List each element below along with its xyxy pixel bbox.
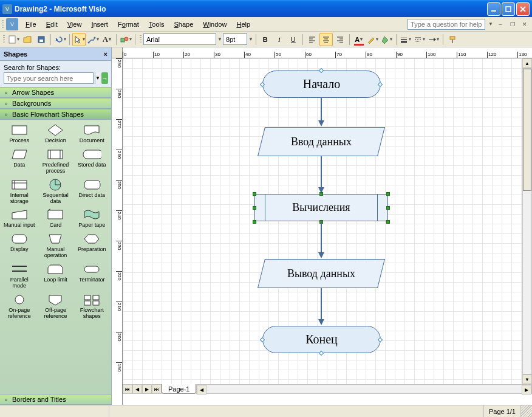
shape-label: Process (10, 138, 30, 144)
save-button[interactable] (35, 33, 48, 46)
menu-window[interactable]: Window (198, 17, 231, 31)
mdi-close-button[interactable]: ✕ (520, 20, 530, 29)
font-family-combo[interactable] (143, 33, 216, 45)
shape-predefined-process[interactable]: Predefined process (38, 146, 74, 176)
shape-off-page-reference[interactable]: Off-page reference (38, 292, 74, 321)
shape-loop-limit[interactable]: Loop limit (38, 261, 74, 291)
line-pattern-button[interactable]: ▾ (413, 33, 426, 46)
menu-insert[interactable]: Insert (86, 17, 113, 31)
stencil-backgrounds[interactable]: ▫ Backgrounds (0, 98, 111, 109)
canvas-area: 0102030405060708090100110120130 29028027… (112, 47, 532, 405)
toolbar-grip[interactable] (0, 17, 5, 31)
text-tool-button[interactable]: A▾ (100, 33, 114, 46)
line-color-button[interactable]: ▾ (366, 33, 380, 46)
stencil-basic-flowchart[interactable]: ▫ Basic Flowchart Shapes (0, 109, 111, 120)
align-left-button[interactable] (305, 33, 319, 46)
shape-data[interactable]: Data (1, 146, 38, 176)
shape-manual-operation[interactable]: Manual operation (38, 231, 74, 260)
format-painter-button[interactable] (446, 33, 459, 46)
shape-stored-data[interactable]: Stored data (73, 146, 110, 176)
shape-process[interactable]: Process (1, 122, 38, 145)
menu-help[interactable]: Help (231, 17, 255, 31)
flow-output-shape[interactable]: Вывод данных (257, 259, 385, 288)
sidebar-close-button[interactable]: × (104, 50, 107, 58)
shapes-pane-button[interactable]: ▾ (119, 33, 132, 46)
mdi-minimize-button[interactable]: – (496, 20, 505, 29)
help-search-input[interactable] (408, 19, 485, 30)
menu-file[interactable]: File (21, 17, 41, 31)
shape-parallel-mode[interactable]: Parallel mode (1, 261, 38, 291)
flow-process-shape[interactable]: Вычисления (254, 194, 388, 221)
undo-button[interactable]: ▾ (53, 33, 67, 46)
shape-on-page-reference[interactable]: On-page reference (1, 292, 38, 321)
page-tab[interactable]: Page-1 (162, 384, 196, 394)
vscroll-thumb[interactable] (523, 69, 531, 191)
bold-button[interactable]: B (259, 33, 272, 46)
stencil-arrow-shapes[interactable]: ▫ Arrow Shapes (0, 87, 111, 98)
maximize-button[interactable] (502, 2, 515, 16)
font-size-dropdown-icon[interactable]: ▼ (248, 36, 253, 42)
shape-glyph-icon (10, 208, 29, 221)
align-right-button[interactable] (333, 33, 347, 46)
line-ends-button[interactable]: ▾ (427, 33, 440, 46)
align-center-button[interactable] (319, 33, 333, 46)
open-button[interactable] (21, 33, 34, 46)
shape-glyph-icon (46, 208, 65, 221)
shape-sequential-data[interactable]: Sequential data (38, 177, 74, 206)
scroll-down-button[interactable]: ▼ (522, 374, 532, 384)
menu-shape[interactable]: Shape (169, 17, 198, 31)
shape-card[interactable]: Card (38, 207, 74, 230)
scroll-right-button[interactable]: ▶ (522, 385, 531, 395)
close-button[interactable] (516, 2, 530, 16)
menu-format[interactable]: Format (113, 17, 144, 31)
help-dropdown-icon[interactable]: ▼ (488, 21, 493, 27)
fill-color-button[interactable]: ▾ (380, 33, 394, 46)
shape-decision[interactable]: Decision (38, 122, 74, 145)
shape-terminator[interactable]: Terminator (73, 261, 110, 291)
menubar: V File Edit View Insert Format Tools Sha… (0, 17, 532, 32)
font-size-combo[interactable] (223, 33, 247, 45)
shape-preparation[interactable]: Preparation (73, 231, 110, 260)
tab-next-button[interactable]: ▶ (142, 384, 152, 394)
font-family-dropdown-icon[interactable]: ▼ (217, 36, 222, 42)
shape-manual-input[interactable]: Manual input (1, 207, 38, 230)
search-go-button[interactable]: → (101, 72, 108, 84)
shape-flowchart-shapes[interactable]: Flowchart shapes (73, 292, 110, 321)
menu-view[interactable]: View (63, 17, 87, 31)
minimize-button[interactable] (487, 2, 500, 16)
resize-grip-icon[interactable] (521, 405, 532, 417)
shape-paper-tape[interactable]: Paper tape (73, 207, 110, 230)
italic-button[interactable]: I (273, 33, 286, 46)
flow-end-shape[interactable]: Конец (262, 326, 381, 353)
shape-direct-data[interactable]: Direct data (73, 177, 110, 206)
shape-document[interactable]: Document (73, 122, 110, 145)
connector-tool-button[interactable]: ▾ (86, 33, 100, 46)
menu-tools[interactable]: Tools (144, 17, 169, 31)
new-button[interactable]: ▾ (7, 33, 20, 46)
flow-input-shape[interactable]: Ввод данных (257, 127, 385, 156)
toolbar-grip-2[interactable] (1, 35, 6, 44)
shape-internal-storage[interactable]: Internal storage (1, 177, 38, 206)
vertical-scrollbar[interactable]: ▲ ▼ (522, 58, 532, 384)
tab-first-button[interactable]: ⏮ (123, 384, 132, 394)
underline-button[interactable]: U (287, 33, 300, 46)
search-input[interactable] (4, 72, 94, 84)
hscroll-track[interactable]: ◀ ▶ (196, 384, 532, 394)
scroll-up-button[interactable]: ▲ (522, 58, 532, 68)
shape-label: Sequential data (39, 193, 72, 205)
tab-last-button[interactable]: ⏭ (152, 384, 162, 394)
toolbar-grip-3[interactable] (138, 35, 143, 44)
canvas[interactable]: Начало Ввод данных Вычисления (123, 58, 522, 384)
menu-edit[interactable]: Edit (41, 17, 63, 31)
shape-display[interactable]: Display (1, 231, 38, 260)
scroll-left-button[interactable]: ◀ (197, 385, 206, 395)
mdi-restore-button[interactable]: ❐ (508, 20, 517, 29)
tab-prev-button[interactable]: ◀ (132, 384, 142, 394)
app-icon[interactable]: V (6, 18, 18, 30)
font-color-button[interactable]: A▾ (352, 33, 366, 46)
pointer-tool-button[interactable]: ▾ (72, 33, 86, 46)
line-weight-button[interactable]: ▾ (399, 33, 412, 46)
search-dropdown-icon[interactable]: ▼ (95, 72, 100, 84)
flow-start-shape[interactable]: Начало (262, 71, 381, 98)
stencil-borders-titles[interactable]: ▫ Borders and Titles (0, 394, 111, 405)
